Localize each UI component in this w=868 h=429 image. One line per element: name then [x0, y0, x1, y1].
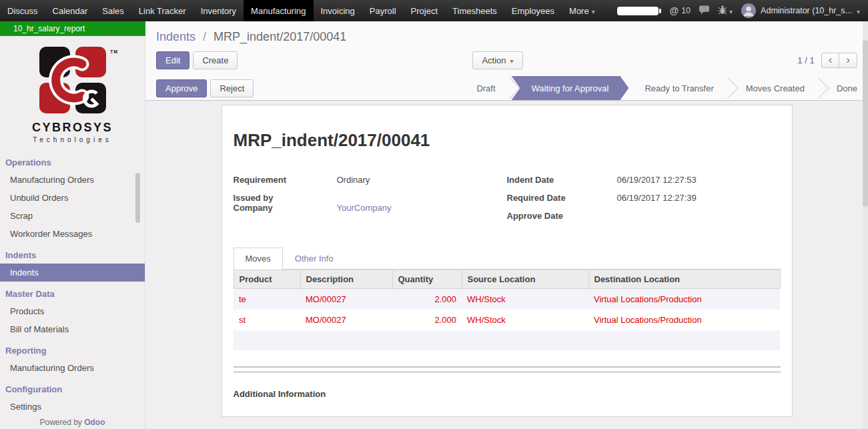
main-scrollbar[interactable]	[863, 21, 868, 429]
odoo-link[interactable]: Odoo	[84, 418, 105, 427]
table-row[interactable]: te MO/00027 2.000 WH/Stock Virtual Locat…	[234, 289, 780, 310]
column-header-quantity: Quantity	[392, 270, 462, 289]
approve-button[interactable]: Approve	[156, 79, 207, 97]
menu-more-label: More	[569, 6, 589, 16]
cell-quantity: 2.000	[392, 310, 462, 330]
cell-destination-location: Virtual Locations/Production	[588, 310, 780, 330]
cell-product: te	[234, 289, 300, 310]
form-view: MRP_indent/2017/00041 Requirement Ordina…	[145, 101, 868, 429]
user-name: Administrator (10_hr_s...	[761, 6, 852, 15]
requirement-value: Ordinary	[337, 175, 370, 188]
report-ribbon: 10_hr_salary_report	[0, 21, 145, 36]
menu-calendar[interactable]: Calendar	[45, 0, 95, 21]
menu-employees[interactable]: Employees	[504, 0, 562, 21]
main-area: Indents / MRP_indent/2017/00041 Edit Cre…	[145, 21, 868, 429]
column-header-description: Description	[300, 270, 392, 289]
action-menu-button[interactable]: Action	[472, 51, 522, 69]
sidebar-scrollbar-thumb[interactable]	[135, 173, 140, 223]
pager-value: 1 / 1	[797, 55, 814, 65]
top-navbar: Discuss Calendar Sales Link Tracker Inve…	[0, 0, 868, 21]
indent-date-value: 06/19/2017 12:27:53	[617, 175, 697, 188]
menu-project[interactable]: Project	[404, 0, 445, 21]
requirement-label: Requirement	[234, 175, 337, 188]
sidebar-item-products[interactable]: Products	[0, 302, 145, 320]
reject-button[interactable]: Reject	[210, 79, 254, 97]
field-indent-date: Indent Date 06/19/2017 12:27:53	[507, 175, 781, 188]
trademark-symbol: TM	[110, 49, 118, 54]
sidebar-item-bill-of-materials[interactable]: Bill of Materials	[0, 320, 145, 338]
table-row[interactable]: st MO/00027 2.000 WH/Stock Virtual Locat…	[234, 310, 780, 330]
breadcrumb: Indents / MRP_indent/2017/00041	[156, 21, 857, 44]
section-heading-indents: Indents	[0, 243, 145, 264]
at-icon	[670, 5, 679, 16]
powered-by-prefix: Powered by	[39, 418, 81, 427]
sidebar-menu: Operations Manufacturing Orders Unbuild …	[0, 150, 145, 416]
field-group-left: Requirement Ordinary Issued by Company Y…	[234, 175, 507, 229]
menu-timesheets[interactable]: Timesheets	[445, 0, 504, 21]
section-heading-master-data: Master Data	[0, 282, 145, 302]
caret-down-icon	[857, 6, 860, 16]
breadcrumb-indents-link[interactable]: Indents	[156, 30, 195, 43]
stage-ready-to-transfer[interactable]: Ready to Transfer	[628, 76, 729, 100]
moves-table: Product Description Quantity Source Loca…	[234, 270, 781, 350]
action-menu-label: Action	[482, 55, 506, 65]
create-button[interactable]: Create	[193, 51, 238, 69]
logo-title: CYBROSYS	[0, 121, 145, 135]
sidebar-item-indents[interactable]: Indents	[0, 264, 145, 282]
stage-done[interactable]: Done	[821, 76, 868, 100]
caret-down-icon	[510, 55, 514, 65]
column-header-destination-location: Destination Location	[588, 270, 780, 289]
sidebar-item-manufacturing-orders[interactable]: Manufacturing Orders	[0, 171, 145, 189]
additional-information-heading: Additional Information	[234, 389, 781, 399]
pager-next-button[interactable]	[839, 53, 857, 68]
topbar-right-cluster: 10 Administrator (10_hr_s...	[617, 0, 868, 21]
bug-icon	[718, 5, 727, 17]
stage-moves-created[interactable]: Moves Created	[730, 76, 821, 100]
menu-link-tracker[interactable]: Link Tracker	[131, 0, 193, 21]
powered-by: Powered by Odoo	[0, 418, 145, 427]
debug-menu[interactable]	[718, 5, 733, 17]
required-date-value: 06/19/2017 12:27:39	[617, 193, 697, 206]
cell-source-location: WH/Stock	[462, 289, 588, 310]
breadcrumb-separator: /	[203, 30, 206, 43]
tab-other-info[interactable]: Other Info	[283, 248, 346, 270]
sidebar-item-unbuild-orders[interactable]: Unbuild Orders	[0, 189, 145, 207]
menu-invoicing[interactable]: Invoicing	[314, 0, 362, 21]
sidebar-item-scrap[interactable]: Scrap	[0, 207, 145, 225]
menu-discuss[interactable]: Discuss	[0, 0, 45, 21]
menu-manufacturing[interactable]: Manufacturing	[244, 0, 313, 21]
table-header-row: Product Description Quantity Source Loca…	[234, 270, 780, 289]
main-scrollbar-thumb[interactable]	[863, 40, 868, 207]
menu-inventory[interactable]: Inventory	[193, 0, 244, 21]
sidebar-scrollbar[interactable]	[135, 36, 140, 429]
sidebar-item-workorder-messages[interactable]: Workorder Messages	[0, 225, 145, 243]
issued-by-company-value[interactable]: YourCompany	[337, 203, 392, 213]
indent-date-label: Indent Date	[507, 175, 617, 188]
cell-description: MO/00027	[300, 289, 392, 310]
empty-row	[234, 330, 780, 350]
edit-button[interactable]: Edit	[156, 51, 189, 69]
tab-moves[interactable]: Moves	[234, 248, 283, 270]
cell-destination-location: Virtual Locations/Production	[588, 289, 780, 310]
field-requirement: Requirement Ordinary	[234, 175, 507, 188]
avatar	[741, 3, 756, 18]
user-menu[interactable]: Administrator (10_hr_s...	[741, 3, 860, 18]
menu-more[interactable]: More	[562, 0, 602, 21]
section-heading-operations: Operations	[0, 150, 145, 171]
cybrosys-logo-mark	[38, 47, 107, 113]
stage-waiting-for-approval[interactable]: Waiting for Approval	[512, 76, 629, 100]
column-header-product: Product	[234, 270, 300, 289]
pager-previous-button[interactable]	[821, 53, 840, 68]
messages-menu[interactable]: 10	[670, 5, 691, 16]
record-title: MRP_indent/2017/00041	[234, 130, 781, 151]
sidebar-item-settings[interactable]: Settings	[0, 398, 145, 416]
menu-payroll[interactable]: Payroll	[362, 0, 404, 21]
chat-button[interactable]	[699, 5, 709, 17]
stage-draft[interactable]: Draft	[460, 76, 511, 100]
field-required-date: Required Date 06/19/2017 12:27:39	[507, 193, 781, 206]
required-date-label: Required Date	[507, 193, 617, 206]
menu-sales[interactable]: Sales	[95, 0, 131, 21]
sidebar-item-reporting-manufacturing-orders[interactable]: Manufacturing Orders	[0, 359, 145, 377]
issued-by-company-label: Issued by Company	[234, 193, 337, 213]
chevron-right-icon	[846, 55, 850, 65]
